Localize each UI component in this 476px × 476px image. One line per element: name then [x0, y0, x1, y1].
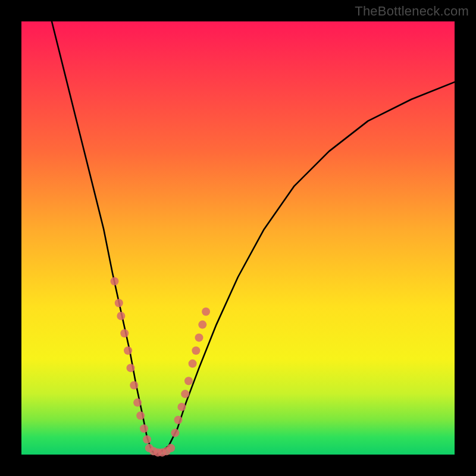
dot — [181, 390, 189, 398]
dot — [202, 308, 210, 316]
dot — [111, 277, 119, 286]
dot — [195, 333, 203, 342]
dot — [192, 346, 200, 355]
dot — [184, 377, 193, 385]
dot — [120, 329, 129, 337]
dot — [115, 299, 123, 307]
dot — [117, 312, 125, 320]
dot — [140, 424, 148, 433]
dot — [174, 416, 183, 424]
dot — [130, 381, 138, 390]
watermark-text: TheBottleneck.com — [355, 4, 469, 19]
chart-frame: TheBottleneck.com — [0, 0, 476, 476]
dot — [124, 346, 132, 355]
dot — [127, 364, 135, 372]
dot — [136, 412, 145, 420]
dot — [189, 359, 197, 368]
dot — [171, 429, 179, 437]
chart-svg — [21, 21, 455, 455]
dot — [167, 444, 175, 452]
plot-area — [21, 21, 455, 455]
dot — [198, 321, 206, 329]
curve-path — [52, 21, 455, 455]
dot — [133, 399, 142, 407]
dot — [143, 436, 151, 444]
dot — [177, 403, 186, 411]
scatter-dots — [111, 277, 211, 457]
